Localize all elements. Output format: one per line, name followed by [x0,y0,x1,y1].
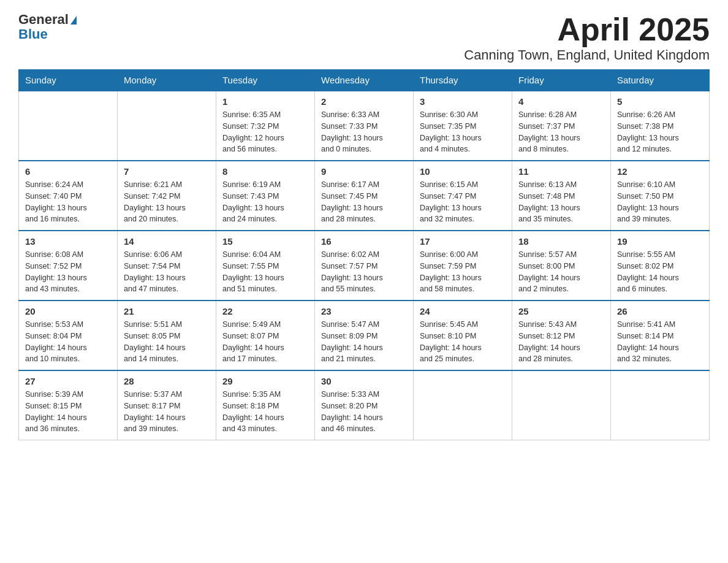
day-number: 20 [25,306,111,316]
day-number: 21 [124,306,210,316]
calendar-cell [611,370,710,440]
day-number: 16 [321,236,407,247]
day-number: 7 [124,166,210,177]
day-info: Sunrise: 5:35 AM Sunset: 8:18 PM Dayligh… [222,389,308,435]
page-title: April 2025 [464,12,710,47]
day-number: 3 [420,96,506,107]
day-info: Sunrise: 6:19 AM Sunset: 7:43 PM Dayligh… [222,179,308,225]
title-block: April 2025 Canning Town, England, United… [464,12,710,63]
day-number: 12 [617,166,703,177]
logo-general-text: General [18,12,69,27]
day-info: Sunrise: 6:26 AM Sunset: 7:38 PM Dayligh… [617,109,703,155]
day-info: Sunrise: 5:43 AM Sunset: 8:12 PM Dayligh… [518,319,604,365]
day-info: Sunrise: 5:37 AM Sunset: 8:17 PM Dayligh… [124,389,210,435]
day-number: 22 [222,306,308,316]
day-info: Sunrise: 6:35 AM Sunset: 7:32 PM Dayligh… [222,109,308,155]
calendar-cell: 8Sunrise: 6:19 AM Sunset: 7:43 PM Daylig… [216,161,315,231]
logo: General Blue [18,12,77,42]
day-number: 14 [124,236,210,247]
day-info: Sunrise: 5:47 AM Sunset: 8:09 PM Dayligh… [321,319,407,365]
day-number: 18 [518,236,604,247]
calendar-cell: 18Sunrise: 5:57 AM Sunset: 8:00 PM Dayli… [512,231,611,301]
calendar-cell: 6Sunrise: 6:24 AM Sunset: 7:40 PM Daylig… [19,161,118,231]
day-info: Sunrise: 6:21 AM Sunset: 7:42 PM Dayligh… [124,179,210,225]
day-number: 5 [617,96,703,107]
calendar-cell: 2Sunrise: 6:33 AM Sunset: 7:33 PM Daylig… [315,91,414,161]
day-number: 4 [518,96,604,107]
week-row-5: 27Sunrise: 5:39 AM Sunset: 8:15 PM Dayli… [19,370,710,440]
calendar-cell: 10Sunrise: 6:15 AM Sunset: 7:47 PM Dayli… [414,161,512,231]
day-info: Sunrise: 6:04 AM Sunset: 7:55 PM Dayligh… [222,249,308,295]
calendar-cell: 4Sunrise: 6:28 AM Sunset: 7:37 PM Daylig… [512,91,611,161]
calendar-cell: 22Sunrise: 5:49 AM Sunset: 8:07 PM Dayli… [216,301,315,370]
day-header-thursday: Thursday [414,70,512,91]
calendar-cell: 15Sunrise: 6:04 AM Sunset: 7:55 PM Dayli… [216,231,315,301]
day-info: Sunrise: 6:08 AM Sunset: 7:52 PM Dayligh… [25,249,111,295]
days-of-week-row: SundayMondayTuesdayWednesdayThursdayFrid… [19,70,710,91]
calendar-cell: 3Sunrise: 6:30 AM Sunset: 7:35 PM Daylig… [414,91,512,161]
day-info: Sunrise: 6:10 AM Sunset: 7:50 PM Dayligh… [617,179,703,225]
day-number: 19 [617,236,703,247]
day-number: 9 [321,166,407,177]
week-row-1: 1Sunrise: 6:35 AM Sunset: 7:32 PM Daylig… [19,91,710,161]
week-row-4: 20Sunrise: 5:53 AM Sunset: 8:04 PM Dayli… [19,301,710,370]
calendar-cell: 19Sunrise: 5:55 AM Sunset: 8:02 PM Dayli… [611,231,710,301]
calendar-cell: 12Sunrise: 6:10 AM Sunset: 7:50 PM Dayli… [611,161,710,231]
day-number: 26 [617,306,703,316]
day-info: Sunrise: 5:51 AM Sunset: 8:05 PM Dayligh… [124,319,210,365]
week-row-3: 13Sunrise: 6:08 AM Sunset: 7:52 PM Dayli… [19,231,710,301]
day-info: Sunrise: 5:49 AM Sunset: 8:07 PM Dayligh… [222,319,308,365]
day-info: Sunrise: 6:13 AM Sunset: 7:48 PM Dayligh… [518,179,604,225]
calendar-cell: 27Sunrise: 5:39 AM Sunset: 8:15 PM Dayli… [19,370,118,440]
day-number: 23 [321,306,407,316]
calendar-cell [512,370,611,440]
logo-blue-text: Blue [18,27,77,42]
calendar-cell: 13Sunrise: 6:08 AM Sunset: 7:52 PM Dayli… [19,231,118,301]
calendar-cell: 21Sunrise: 5:51 AM Sunset: 8:05 PM Dayli… [118,301,216,370]
day-info: Sunrise: 6:24 AM Sunset: 7:40 PM Dayligh… [25,179,111,225]
week-row-2: 6Sunrise: 6:24 AM Sunset: 7:40 PM Daylig… [19,161,710,231]
calendar-cell: 23Sunrise: 5:47 AM Sunset: 8:09 PM Dayli… [315,301,414,370]
day-number: 8 [222,166,308,177]
day-number: 28 [124,376,210,386]
calendar-cell: 11Sunrise: 6:13 AM Sunset: 7:48 PM Dayli… [512,161,611,231]
day-header-monday: Monday [118,70,216,91]
day-number: 13 [25,236,111,247]
calendar-table: SundayMondayTuesdayWednesdayThursdayFrid… [18,69,710,440]
calendar-cell: 26Sunrise: 5:41 AM Sunset: 8:14 PM Dayli… [611,301,710,370]
day-number: 2 [321,96,407,107]
calendar-cell: 20Sunrise: 5:53 AM Sunset: 8:04 PM Dayli… [19,301,118,370]
calendar-cell: 29Sunrise: 5:35 AM Sunset: 8:18 PM Dayli… [216,370,315,440]
logo-triangle-icon [70,16,77,25]
day-info: Sunrise: 6:28 AM Sunset: 7:37 PM Dayligh… [518,109,604,155]
day-info: Sunrise: 5:53 AM Sunset: 8:04 PM Dayligh… [25,319,111,365]
day-info: Sunrise: 6:17 AM Sunset: 7:45 PM Dayligh… [321,179,407,225]
day-info: Sunrise: 5:39 AM Sunset: 8:15 PM Dayligh… [25,389,111,435]
day-info: Sunrise: 6:30 AM Sunset: 7:35 PM Dayligh… [420,109,506,155]
calendar-cell: 7Sunrise: 6:21 AM Sunset: 7:42 PM Daylig… [118,161,216,231]
calendar-cell: 16Sunrise: 6:02 AM Sunset: 7:57 PM Dayli… [315,231,414,301]
page-subtitle: Canning Town, England, United Kingdom [464,47,710,63]
calendar-cell: 9Sunrise: 6:17 AM Sunset: 7:45 PM Daylig… [315,161,414,231]
calendar-cell: 24Sunrise: 5:45 AM Sunset: 8:10 PM Dayli… [414,301,512,370]
day-number: 17 [420,236,506,247]
calendar-cell: 17Sunrise: 6:00 AM Sunset: 7:59 PM Dayli… [414,231,512,301]
day-info: Sunrise: 6:15 AM Sunset: 7:47 PM Dayligh… [420,179,506,225]
day-number: 27 [25,376,111,386]
day-info: Sunrise: 5:45 AM Sunset: 8:10 PM Dayligh… [420,319,506,365]
day-info: Sunrise: 5:41 AM Sunset: 8:14 PM Dayligh… [617,319,703,365]
day-header-sunday: Sunday [19,70,118,91]
day-header-friday: Friday [512,70,611,91]
calendar-cell: 14Sunrise: 6:06 AM Sunset: 7:54 PM Dayli… [118,231,216,301]
day-header-saturday: Saturday [611,70,710,91]
day-info: Sunrise: 5:55 AM Sunset: 8:02 PM Dayligh… [617,249,703,295]
day-info: Sunrise: 6:02 AM Sunset: 7:57 PM Dayligh… [321,249,407,295]
day-number: 29 [222,376,308,386]
day-number: 11 [518,166,604,177]
calendar-cell [118,91,216,161]
day-number: 24 [420,306,506,316]
day-number: 25 [518,306,604,316]
day-number: 6 [25,166,111,177]
day-header-tuesday: Tuesday [216,70,315,91]
calendar-cell [414,370,512,440]
